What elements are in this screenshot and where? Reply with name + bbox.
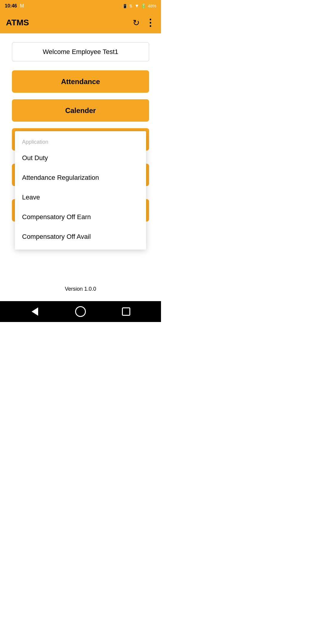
calender-button[interactable]: Calender <box>12 99 149 122</box>
more-options-icon[interactable]: ⋮ <box>145 17 155 28</box>
version-text: Version 1.0.0 <box>0 286 161 292</box>
app-title: ATMS <box>6 18 29 27</box>
attendance-button[interactable]: Attendance <box>12 70 149 93</box>
status-bar-left: 10:46 M <box>5 3 24 9</box>
app-bar: ATMS ↻ ⋮ <box>0 12 161 33</box>
vibrate-icon: 📳 <box>123 4 127 8</box>
nav-recents-button[interactable] <box>119 304 134 319</box>
dropdown-header: Application <box>15 134 146 148</box>
data-icon: ⇅ <box>129 4 133 8</box>
dropdown-item-comp-off-earn[interactable]: Compensatory Off Earn <box>15 207 146 227</box>
battery-percent: 48% <box>148 4 156 8</box>
main-content: Welcome Employee Test1 Attendance Calend… <box>0 33 161 212</box>
status-bar-right: 📳 ⇅ ▼ 🔋 48% <box>123 3 156 9</box>
dropdown-item-out-duty[interactable]: Out Duty <box>15 148 146 168</box>
bottom-nav <box>0 301 161 322</box>
recents-icon <box>122 307 130 316</box>
welcome-box: Welcome Employee Test1 <box>12 42 149 61</box>
status-bar: 10:46 M 📳 ⇅ ▼ 🔋 48% <box>0 0 161 12</box>
back-icon <box>32 307 38 316</box>
nav-back-button[interactable] <box>27 304 42 319</box>
application-dropdown: Application Out Duty Attendance Regulari… <box>15 131 146 250</box>
nav-home-button[interactable] <box>73 304 88 319</box>
welcome-text: Welcome Employee Test1 <box>43 48 118 55</box>
gmail-icon: M <box>20 3 24 9</box>
dropdown-item-comp-off-avail[interactable]: Compensatory Off Avail <box>15 227 146 247</box>
app-bar-actions: ↻ ⋮ <box>133 17 155 28</box>
home-icon <box>75 306 86 317</box>
battery-icon: 🔋 <box>141 4 146 8</box>
wifi-icon: ▼ <box>134 3 139 9</box>
refresh-icon[interactable]: ↻ <box>133 18 140 28</box>
dropdown-item-attendance-regularization[interactable]: Attendance Regularization <box>15 168 146 188</box>
dropdown-item-leave[interactable]: Leave <box>15 188 146 207</box>
application-section: Application Out Duty Attendance Regulari… <box>12 128 149 212</box>
status-time: 10:46 <box>5 3 17 9</box>
